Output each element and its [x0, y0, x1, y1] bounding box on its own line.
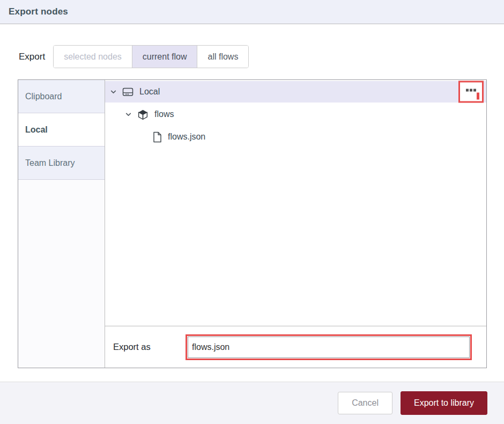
dialog-header: Export nodes [0, 0, 504, 24]
annotation-highlight-box [458, 81, 484, 103]
file-icon [152, 131, 162, 143]
hard-drive-icon [122, 87, 134, 97]
chevron-down-icon[interactable] [125, 111, 132, 118]
export-scope-label: Export [19, 52, 45, 62]
export-scope-button-group: selected nodes current flow all flows [53, 45, 249, 68]
tree-row-local[interactable]: Local [105, 81, 486, 103]
annotation-highlight-box [186, 334, 472, 360]
sidebar-item-clipboard[interactable]: Clipboard [18, 80, 105, 113]
sidebar-filler [18, 180, 105, 368]
scope-selected-nodes-button[interactable]: selected nodes [54, 46, 132, 68]
file-tree: Local [105, 80, 486, 149]
tree-row-label: Local [139, 87, 160, 97]
dialog-footer: Cancel Export to library [0, 382, 504, 424]
row-menu-button[interactable] [460, 83, 482, 101]
export-scope-row: Export selected nodes current flow all f… [19, 45, 249, 68]
library-content: Local [105, 80, 486, 368]
sidebar-item-label: Local [25, 125, 48, 135]
cancel-button[interactable]: Cancel [338, 392, 392, 414]
scope-all-flows-button[interactable]: all flows [197, 46, 248, 68]
sidebar-item-local[interactable]: Local [18, 113, 105, 147]
ellipsis-icon [466, 89, 476, 92]
sidebar-item-team-library[interactable]: Team Library [18, 147, 105, 180]
library-panel: Clipboard Local Team Library [18, 79, 487, 368]
tree-row-flows[interactable]: flows [105, 104, 486, 125]
export-to-library-button[interactable]: Export to library [401, 391, 487, 415]
annotation-caret-mark [477, 93, 479, 100]
scope-current-flow-button[interactable]: current flow [132, 46, 197, 68]
sidebar-item-label: Clipboard [25, 92, 62, 101]
chevron-down-icon[interactable] [110, 89, 117, 96]
library-sidebar: Clipboard Local Team Library [18, 80, 105, 368]
export-as-label: Export as [113, 342, 186, 352]
tree-row-label: flows [154, 109, 174, 119]
sidebar-item-label: Team Library [25, 158, 75, 168]
page-title: Export nodes [9, 6, 68, 17]
export-filename-input[interactable] [188, 337, 470, 358]
tree-row-flows-json[interactable]: flows.json [105, 126, 486, 148]
cube-icon [137, 109, 149, 120]
tree-row-label: flows.json [168, 132, 205, 142]
export-as-row: Export as [105, 326, 486, 368]
